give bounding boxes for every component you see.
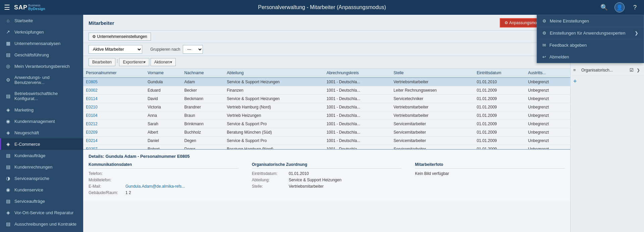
unternehmens-bar: ⚙ Unternehmenseinstellungen <box>83 31 570 43</box>
sidebar-item-kundenrechnungen[interactable]: ▤ Kundenrechnungen <box>0 161 83 173</box>
cell-stelle: Servicemitarbeiter <box>391 128 474 137</box>
cell-nr[interactable]: E0212 <box>83 120 145 128</box>
dropdown-menu: ⚙ Meine Einstellungen ⚙ Einstellungen fü… <box>537 15 644 63</box>
sidebar-item-betriebswirtschaftliche-konfig[interactable]: ▤ Betriebswirtschaftliche Konfigurat... <box>0 88 83 104</box>
cell-nr[interactable]: E0002 <box>83 86 145 95</box>
sidebar-item-label: Mein Verantwortungsbereich <box>14 64 70 69</box>
cell-nr[interactable]: E0805 <box>83 78 145 86</box>
settings2-icon: ⚙ <box>542 31 546 36</box>
sidebar-item-serviceansprueche[interactable]: ◑ Serviceansprüche <box>0 173 83 184</box>
eintrittsdatum-value: 01.01.2010 <box>289 171 309 176</box>
table-row[interactable]: E0805 Gundula Adam Service & Support Hei… <box>83 78 570 86</box>
dropdown-meine-einstellungen[interactable]: ⚙ Meine Einstellungen <box>537 15 644 27</box>
cell-nr[interactable]: E0214 <box>83 137 145 145</box>
cell-vorname: David <box>145 95 182 103</box>
sidebar-item-kundenauftraege[interactable]: ▤ Kundenaufträge <box>0 150 83 161</box>
cell-nachname: Deger <box>182 145 224 149</box>
sidebar-item-bestellanforderungen[interactable]: ▤ Bestellanforderungen und Bestell... <box>0 230 83 232</box>
table-row[interactable]: E0212 Sarah Brinkmann Service & Support … <box>83 120 570 128</box>
sidebar-item-label: Neugeschäft <box>14 130 39 135</box>
email-value[interactable]: Gundula.Adam@de.almika-refs... <box>125 184 185 189</box>
rpanel-row-organisatorisch[interactable]: ≡ Organisatorisch... ☑ ❯ <box>571 65 644 75</box>
cell-eintritt: 01.01.2009 <box>474 103 525 111</box>
sidebar-item-serviceauftraege[interactable]: ▤ Serviceaufträge <box>0 195 83 207</box>
briefcase-icon: ▤ <box>5 52 11 57</box>
sidebar-item-marketing[interactable]: ◈ Marketing <box>0 104 83 115</box>
settings-icon: ⚙ <box>542 18 546 24</box>
col-header-abteilung: Abteilung <box>224 68 324 78</box>
logo-sap-text: SAP <box>14 4 28 11</box>
sidebar-item-verknuepfungen[interactable]: ↗ Verknüpfungen <box>0 26 83 38</box>
dropdown-item-label: Meine Einstellungen <box>550 18 589 24</box>
group-select[interactable]: --- <box>183 45 203 54</box>
cell-vorname: Robert <box>145 145 182 149</box>
bearbeiten-button[interactable]: Bearbeiten <box>89 58 115 66</box>
help-icon[interactable]: ? <box>630 2 640 12</box>
col-header-nachname: Nachname <box>182 68 224 78</box>
cell-nr[interactable]: E0114 <box>83 95 145 103</box>
cell-abrechnungskreis: 1001 - Deutschla... <box>324 95 391 103</box>
dropdown-feedback[interactable]: ✉ Feedback abgeben <box>537 39 644 51</box>
sidebar-item-ausschreibungen[interactable]: ▤ Ausschreibungen und Kontrakte <box>0 218 83 230</box>
filter-select[interactable]: Aktive Mitarbeiter <box>89 45 142 54</box>
sidebar-item-startseite[interactable]: ⌂ Startseite <box>0 15 83 26</box>
sidebar: ⌂ Startseite ↗ Verknüpfungen ▦ Unternehm… <box>0 15 83 232</box>
cell-austritt: Unbegrenzt <box>525 78 570 86</box>
cell-austritt: Unbegrenzt <box>525 86 570 95</box>
search-icon[interactable]: 🔍 <box>599 2 609 12</box>
cell-abteilung: Beratung München (Süd) <box>224 128 324 137</box>
sidebar-item-kundenmanagement[interactable]: ◉ Kundenmanagement <box>0 115 83 127</box>
hamburger-icon[interactable]: ☰ <box>4 3 10 11</box>
cell-nr[interactable]: E0210 <box>83 103 145 111</box>
sidebar-item-kundenservice[interactable]: ◉ Kundenservice <box>0 184 83 195</box>
exportieren-button[interactable]: Exportieren▾ <box>119 58 149 66</box>
gear-icon: ⚙ <box>5 77 11 83</box>
sidebar-item-label: Geschäftsführung <box>14 52 49 57</box>
cell-nr[interactable]: E0207 <box>83 145 145 149</box>
cell-abrechnungskreis: 1001 - Deutschla... <box>324 111 391 120</box>
sidebar-item-geschaeftsfuehrung[interactable]: ▤ Geschäftsführung <box>0 49 83 60</box>
cell-abteilung: Beratung Hamburg (Nord) <box>224 145 324 149</box>
content-header: Mitarbeiter ⚙ Anpassungsmodus beenden <box>83 15 570 31</box>
config-icon: ▤ <box>5 93 11 99</box>
add-element-button[interactable]: + <box>571 75 644 88</box>
cell-abteilung: Finanzen <box>224 86 324 95</box>
kommunikation-col: Kommunikationsdaten Telefon: Mobiltelefo… <box>89 162 238 197</box>
aktionen-button[interactable]: Aktionen▾ <box>151 58 176 66</box>
cell-vorname: Gundula <box>145 78 182 86</box>
table-row[interactable]: E0114 David Beckmann Service & Support H… <box>83 95 570 103</box>
table-row[interactable]: E0002 Eduard Becker Finanzen 1001 - Deut… <box>83 86 570 95</box>
feedback-icon: ✉ <box>542 43 546 48</box>
table-row[interactable]: E0207 Robert Deger Beratung Hamburg (Nor… <box>83 145 570 149</box>
col-header-austritt: Austritts... <box>525 68 570 78</box>
dropdown-einstellungen-anwendungsexperten[interactable]: ⚙ Einstellungen für Anwendungsexperten ❯ <box>537 27 644 39</box>
dropdown-abmelden-label: Abmelden <box>549 54 569 59</box>
table-row[interactable]: E0104 Anna Braun Vertrieb Heizungen 1001… <box>83 111 570 120</box>
cell-eintritt: 01.01.2010 <box>474 78 525 86</box>
table-row[interactable]: E0210 Victoria Brandner Vertrieb Hamburg… <box>83 103 570 111</box>
sidebar-item-label: Betriebswirtschaftliche Konfigurat... <box>14 91 79 101</box>
gebaeude-row: Gebäude/Raum: 1 2 <box>89 190 238 195</box>
sidebar-item-unternehmensanalysen[interactable]: ▦ Unternehmensanalysen <box>0 38 83 49</box>
sidebar-item-e-commerce[interactable]: ◈ E-Commerce <box>0 138 83 150</box>
abteilung-value: Service & Support Heizungen <box>289 178 341 182</box>
foto-value: Kein Bild verfügbar <box>415 171 449 176</box>
cell-abteilung: Vertrieb Hamburg (Nord) <box>224 103 324 111</box>
unternehmenseinstellungen-button[interactable]: ⚙ Unternehmenseinstellungen <box>89 33 151 41</box>
sidebar-item-anwendungs-benutzerverw[interactable]: ⚙ Anwendungs- und Benutzerverw... <box>0 72 83 88</box>
sidebar-item-vor-ort-service[interactable]: ◈ Vor-Ort-Service und Reparatur <box>0 207 83 218</box>
person-icon: ◎ <box>5 63 11 69</box>
user-avatar[interactable]: 👤 <box>614 2 625 12</box>
sidebar-item-neugeschaeft[interactable]: ◈ Neugeschäft <box>0 127 83 138</box>
dropdown-abmelden[interactable]: ↩ Abmelden <box>537 51 644 63</box>
table-row[interactable]: E0214 Daniel Degen Service & Support Pro… <box>83 137 570 145</box>
stelle-value: Vertriebsmitarbeiter <box>289 184 324 189</box>
cell-nr[interactable]: E0104 <box>83 111 145 120</box>
cell-nr[interactable]: E0209 <box>83 128 145 137</box>
marketing-icon: ◈ <box>5 107 11 112</box>
foto-title: Mitarbeiterfoto <box>415 162 565 169</box>
table-row[interactable]: E0209 Albert Buchholz Beratung München (… <box>83 128 570 137</box>
col-header-nr: Personalnummer <box>83 68 145 78</box>
cell-abteilung: Service & Support Heizungen <box>224 78 324 86</box>
sidebar-item-mein-verantwortungsbereich[interactable]: ◎ Mein Verantwortungsbereich <box>0 60 83 72</box>
